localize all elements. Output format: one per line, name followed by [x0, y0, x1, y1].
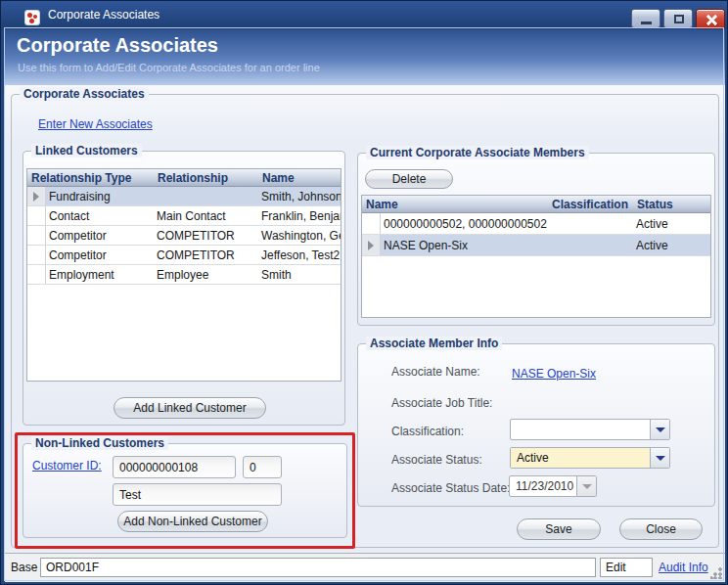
associate-status-value: Active — [511, 448, 650, 468]
associate-status-date-label: Associate Status Date: — [391, 481, 510, 495]
cell-relationship-type: Competitor — [46, 246, 154, 264]
column-header-name[interactable]: Name — [362, 196, 548, 212]
cell-name: Franklin, Benjami — [258, 206, 341, 225]
cell-name: Smith, Johnson — [258, 187, 341, 205]
dropdown-arrow-icon[interactable] — [650, 448, 669, 468]
associate-status-date-value: 11/23/2010 — [510, 476, 576, 496]
cell-relationship-type: Competitor — [46, 226, 154, 245]
audit-info-link[interactable]: Audit Info — [659, 561, 708, 574]
linked-customers-grid: Relationship Type Relationship Name Fund… — [26, 168, 341, 382]
table-row[interactable]: NASE Open-Six Active — [362, 235, 710, 256]
cell-classification — [548, 235, 633, 255]
row-selector — [27, 265, 46, 284]
enter-new-associates-link[interactable]: Enter New Associates — [38, 117, 153, 131]
customer-count-input[interactable] — [243, 456, 282, 478]
page-title: Corporate Associates — [17, 34, 218, 57]
cell-relationship-type: Fundraising — [46, 187, 154, 205]
linked-customers-grid-header: Relationship Type Relationship Name — [27, 169, 341, 187]
corporate-associates-window: Corporate Associates Corporate Associate… — [0, 0, 728, 585]
associate-member-info-group-title: Associate Member Info — [366, 337, 502, 350]
delete-button-label: Delete — [392, 170, 427, 188]
classification-dropdown[interactable] — [510, 419, 670, 440]
status-bar: Base ORD001F Edit Audit Info — [5, 553, 725, 582]
maximize-button[interactable] — [663, 9, 693, 28]
table-row[interactable]: Competitor COMPETITOR Jeffeson, Test2 — [27, 246, 341, 265]
edit-mode-field: Edit — [600, 558, 653, 577]
table-row[interactable]: Fundraising Smith, Johnson — [27, 187, 341, 206]
header-banner: Corporate Associates Use this form to Ad… — [5, 29, 725, 85]
table-row[interactable]: Contact Main Contact Franklin, Benjami — [27, 206, 341, 226]
page-subtitle: Use this form to Add/Edit Corporate Asso… — [18, 62, 320, 73]
maximize-icon — [674, 15, 684, 23]
minimize-icon — [641, 22, 652, 24]
row-selector — [27, 206, 46, 225]
cell-relationship: Main Contact — [154, 206, 258, 225]
add-non-linked-customer-button[interactable]: Add Non-Linked Customer — [117, 511, 268, 532]
cell-name: Washington, Geo — [258, 226, 341, 245]
base-label: Base — [11, 561, 37, 574]
members-grid-header: Name Classification Status — [362, 196, 710, 213]
associate-status-label: Associate Status: — [391, 453, 482, 467]
row-selector — [362, 235, 381, 255]
cell-relationship: COMPETITOR — [154, 226, 258, 245]
save-button-label: Save — [545, 519, 571, 539]
cell-status: Active — [633, 235, 710, 255]
table-row[interactable]: Competitor COMPETITOR Washington, Geo — [27, 226, 341, 246]
window-title: Corporate Associates — [48, 8, 159, 22]
column-header-name[interactable]: Name — [258, 169, 341, 186]
dropdown-arrow-icon — [576, 476, 596, 496]
row-selector — [27, 187, 46, 205]
cell-relationship-type: Contact — [46, 206, 154, 225]
associate-status-date-dropdown: 11/23/2010 — [509, 475, 597, 497]
column-header-status[interactable]: Status — [633, 196, 710, 212]
close-icon — [697, 10, 724, 28]
cell-relationship: Employee — [154, 265, 258, 284]
delete-button[interactable]: Delete — [365, 169, 453, 189]
cell-classification — [548, 213, 633, 234]
cell-name: NASE Open-Six — [381, 235, 548, 255]
row-selector — [27, 246, 46, 264]
close-button[interactable] — [696, 9, 725, 29]
cell-relationship — [154, 187, 258, 205]
add-non-linked-customer-label: Add Non-Linked Customer — [123, 512, 261, 531]
classification-value — [511, 420, 650, 439]
members-grid: Name Classification Status 000000000502,… — [361, 195, 711, 318]
column-header-classification[interactable]: Classification — [548, 196, 633, 212]
customer-id-link[interactable]: Customer ID: — [32, 459, 102, 472]
associate-job-title-label: Associate Job Title: — [391, 396, 492, 410]
selected-row-arrow-icon — [33, 192, 39, 202]
row-selector — [362, 213, 381, 234]
resize-grip[interactable] — [710, 567, 722, 579]
save-button[interactable]: Save — [517, 518, 601, 540]
selected-row-arrow-icon — [368, 241, 374, 250]
customer-name-input[interactable] — [113, 483, 282, 506]
associate-status-dropdown[interactable]: Active — [510, 447, 670, 469]
classification-label: Classification: — [391, 425, 464, 438]
table-row[interactable]: Employment Employee Smith — [27, 265, 341, 285]
cell-status: Active — [633, 213, 710, 234]
add-linked-customer-label: Add Linked Customer — [133, 398, 246, 418]
non-linked-customers-group-title: Non-Linked Customers — [31, 436, 168, 450]
associate-name-link[interactable]: NASE Open-Six — [512, 367, 596, 381]
base-value-field: ORD001F — [40, 558, 596, 577]
cell-name: Jeffeson, Test2 — [258, 246, 341, 264]
linked-customers-group-title: Linked Customers — [31, 144, 142, 158]
row-selector — [27, 226, 46, 245]
cell-relationship-type: Employment — [46, 265, 154, 284]
cell-relationship: COMPETITOR — [154, 246, 258, 264]
column-header-relationship-type[interactable]: Relationship Type — [27, 169, 154, 186]
cell-name: 000000000502, 000000000502 — [381, 213, 548, 234]
add-linked-customer-button[interactable]: Add Linked Customer — [114, 397, 266, 419]
close-action-button[interactable]: Close — [619, 518, 703, 540]
cell-name: Smith — [258, 265, 341, 284]
customer-id-input[interactable] — [113, 456, 236, 478]
dropdown-arrow-icon[interactable] — [650, 420, 669, 439]
table-row[interactable]: 000000000502, 000000000502 Active — [362, 213, 710, 235]
associate-name-label: Associate Name: — [391, 365, 480, 379]
current-members-group-title: Current Corporate Associate Members — [366, 146, 589, 159]
corporate-associates-group-title: Corporate Associates — [20, 87, 149, 101]
minimize-button[interactable] — [631, 9, 660, 28]
close-button-label: Close — [646, 519, 676, 539]
title-bar: Corporate Associates — [1, 1, 728, 29]
column-header-relationship[interactable]: Relationship — [154, 169, 258, 186]
